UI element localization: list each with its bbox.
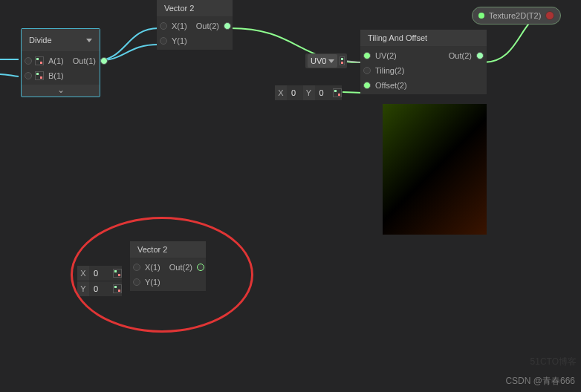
port-v2top-y[interactable] bbox=[160, 37, 167, 45]
offset-x-label: X bbox=[275, 85, 287, 100]
node-divide-header[interactable]: Divide bbox=[22, 29, 100, 52]
port-label: Out(2) bbox=[444, 51, 476, 60]
delete-icon[interactable] bbox=[545, 11, 554, 20]
port-tiling-tiling[interactable] bbox=[363, 67, 371, 74]
port-label: Offset(2) bbox=[371, 81, 412, 90]
watermark: CSDN @青春666 bbox=[505, 375, 575, 388]
port-divide-a[interactable] bbox=[25, 57, 32, 65]
port-v2top-x[interactable] bbox=[160, 22, 167, 30]
slot-icon bbox=[35, 56, 44, 65]
port-v2top-out[interactable] bbox=[224, 22, 231, 30]
texture2d-label: Texture2D(T2) bbox=[489, 11, 541, 20]
chevron-down-icon bbox=[328, 59, 334, 63]
port-tiling-offset[interactable] bbox=[363, 82, 371, 89]
port-label: UV(2) bbox=[371, 51, 401, 60]
node-tiling-offset[interactable]: Tiling And Offset UV(2) Out(2) Tiling(2)… bbox=[360, 30, 487, 94]
slot-icon bbox=[340, 56, 345, 65]
port-texture2d-out[interactable] bbox=[478, 13, 484, 19]
tiling-preview bbox=[383, 104, 487, 235]
port-label: Out(2) bbox=[192, 22, 224, 30]
port-label: Out(1) bbox=[68, 56, 100, 65]
watermark-faded: 51CTO博客 bbox=[530, 356, 577, 368]
offset-fields: X 0 Y 0 bbox=[275, 85, 342, 101]
node-divide-title: Divide bbox=[29, 36, 52, 45]
port-label: Tiling(2) bbox=[371, 66, 409, 75]
node-vector2-top[interactable]: Vector 2 X(1) Out(2) Y(1) bbox=[157, 0, 233, 50]
highlight-ellipse bbox=[71, 217, 253, 333]
port-label: A(1) bbox=[44, 56, 68, 65]
port-divide-b[interactable] bbox=[25, 72, 32, 79]
offset-x-value[interactable]: 0 bbox=[287, 85, 303, 100]
node-vector2-top-title[interactable]: Vector 2 bbox=[157, 0, 233, 17]
texture2d-property[interactable]: Texture2D(T2) bbox=[472, 7, 561, 24]
port-label: X(1) bbox=[167, 22, 192, 30]
node-divide[interactable]: Divide A(1) Out(1) B(1) ⌄ bbox=[21, 28, 100, 97]
port-divide-out[interactable] bbox=[100, 57, 108, 65]
port-tiling-out[interactable] bbox=[476, 52, 484, 59]
port-label: B(1) bbox=[44, 71, 68, 80]
offset-y-value[interactable]: 0 bbox=[315, 85, 331, 100]
port-label: Y(1) bbox=[167, 36, 192, 45]
slot-icon bbox=[333, 88, 342, 97]
offset-row: X 0 Y 0 bbox=[275, 85, 342, 100]
uv-selector[interactable]: UV0 bbox=[305, 53, 347, 68]
node-tiling-title[interactable]: Tiling And Offset bbox=[360, 30, 487, 47]
collapse-chevron-icon[interactable]: ⌄ bbox=[22, 85, 100, 97]
offset-y-label: Y bbox=[303, 85, 315, 100]
slot-icon bbox=[35, 71, 44, 80]
port-tiling-uv[interactable] bbox=[363, 52, 371, 59]
chevron-down-icon[interactable] bbox=[86, 39, 92, 42]
uv-selector-value: UV0 bbox=[311, 54, 326, 68]
